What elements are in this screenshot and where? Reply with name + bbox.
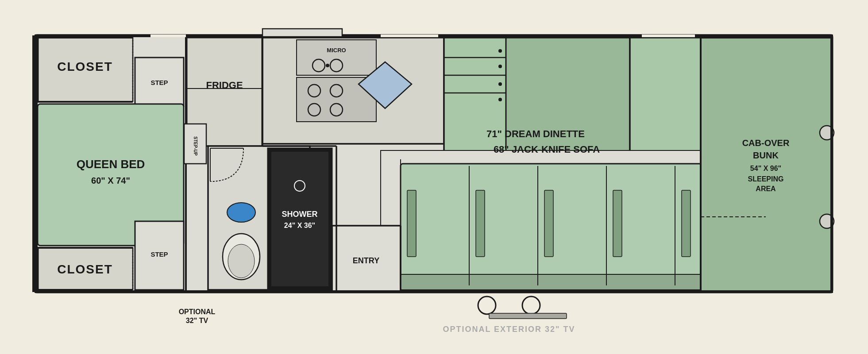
floorplan-container: CLOSET STEP QUEEN BED 60" X 74" CLOSET S… (0, 0, 868, 354)
cabover-size: 54" X 96" (750, 165, 781, 172)
svg-rect-89 (262, 29, 342, 37)
floorplan-svg: CLOSET STEP QUEEN BED 60" X 74" CLOSET S… (0, 0, 868, 354)
svg-rect-69 (682, 190, 691, 257)
sofa-label: 68" JACK-KNIFE SOFA (494, 144, 600, 155)
svg-point-39 (326, 64, 329, 67)
shower-label: SHOWER (282, 210, 318, 219)
optional-tv-size: 32" TV (186, 317, 208, 324)
micro-label: MICRO (327, 47, 346, 54)
svg-rect-72 (489, 313, 567, 319)
svg-rect-33 (271, 152, 328, 286)
svg-rect-82 (35, 290, 832, 293)
dinette-label: 71" DREAM DINETTE (486, 128, 585, 139)
svg-point-29 (227, 203, 255, 222)
svg-rect-65 (407, 190, 416, 257)
svg-point-51 (498, 65, 502, 68)
svg-point-53 (498, 98, 502, 101)
svg-rect-60 (401, 274, 702, 290)
svg-point-31 (228, 244, 255, 278)
step-top-label: STEP (150, 79, 168, 86)
svg-text:SLEEPING: SLEEPING (748, 175, 784, 183)
svg-rect-87 (381, 35, 438, 37)
queen-bed-label: QUEEN BED (77, 158, 145, 171)
svg-text:BUNK: BUNK (753, 150, 779, 160)
optional-tv-label: OPTIONAL (179, 308, 216, 316)
closet-top-label: CLOSET (57, 60, 113, 73)
cabover-label: CAB-OVER (742, 138, 790, 148)
svg-rect-68 (613, 190, 622, 257)
step-up-label: STEP-UP (193, 136, 198, 156)
svg-rect-36 (297, 40, 376, 75)
entry-label: ENTRY (353, 256, 379, 265)
fridge-label: FRIDGE (206, 80, 243, 91)
exterior-tv-label: OPTIONAL EXTERIOR 32" TV (443, 325, 575, 334)
svg-rect-66 (476, 190, 485, 257)
svg-rect-88 (642, 35, 695, 37)
svg-rect-85 (32, 35, 37, 292)
step-bottom-label: STEP (150, 250, 168, 258)
shower-size: 24" X 36" (284, 222, 315, 229)
queen-bed-size: 60" X 74" (91, 176, 130, 185)
svg-point-52 (498, 82, 502, 86)
svg-rect-67 (544, 190, 553, 257)
svg-rect-84 (830, 35, 833, 293)
svg-rect-86 (150, 35, 186, 37)
svg-rect-56 (630, 38, 701, 157)
svg-text:AREA: AREA (756, 185, 776, 192)
closet-bottom-label: CLOSET (57, 262, 113, 276)
svg-point-50 (498, 49, 502, 53)
